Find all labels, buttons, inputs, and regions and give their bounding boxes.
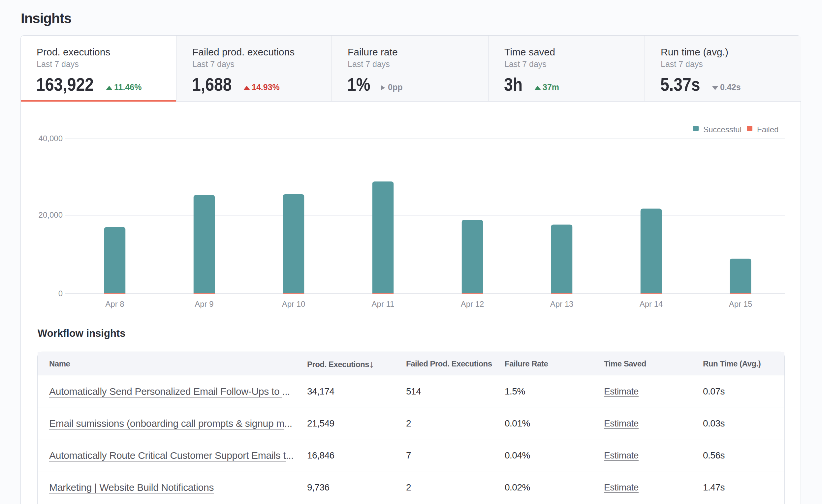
svg-text:20,000: 20,000	[39, 210, 63, 219]
svg-text:Apr 15: Apr 15	[729, 300, 752, 309]
svg-text:Apr 8: Apr 8	[105, 300, 124, 309]
svg-text:Apr 10: Apr 10	[282, 300, 306, 309]
svg-text:Successful: Successful	[703, 125, 742, 134]
svg-text:Apr 13: Apr 13	[550, 300, 573, 309]
svg-text:Failed: Failed	[757, 125, 778, 134]
svg-text:40,000: 40,000	[39, 134, 63, 143]
svg-text:0: 0	[58, 289, 63, 298]
svg-text:Apr 9: Apr 9	[194, 300, 214, 309]
svg-text:Apr 14: Apr 14	[640, 300, 663, 309]
svg-text:Apr 12: Apr 12	[461, 300, 484, 309]
svg-text:Apr 11: Apr 11	[372, 300, 395, 309]
